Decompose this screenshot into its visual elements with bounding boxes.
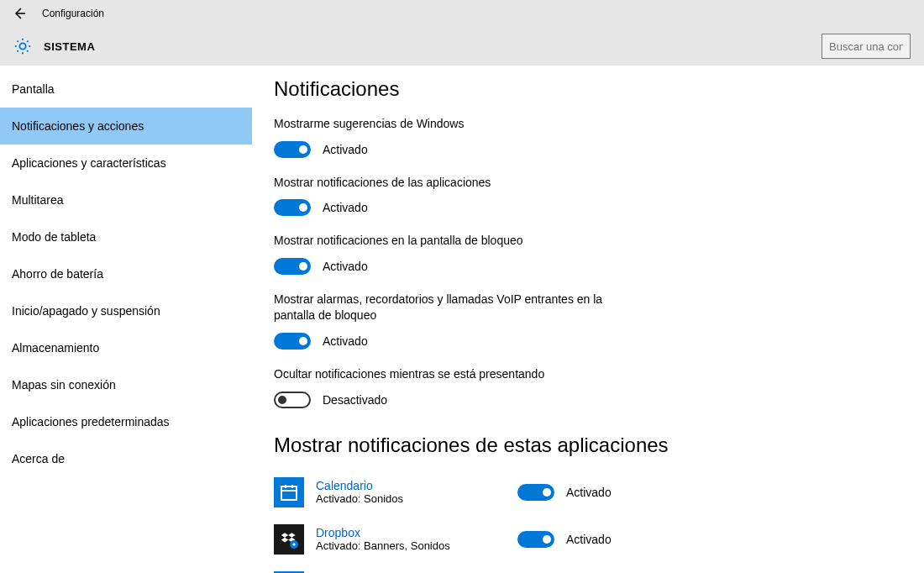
toggle-state: Activado bbox=[323, 260, 368, 273]
toggle-switch[interactable] bbox=[274, 141, 311, 158]
sidebar-item[interactable]: Inicio/apagado y suspensión bbox=[0, 292, 252, 329]
sidebar: PantallaNotificaciones y accionesAplicac… bbox=[0, 66, 252, 573]
sidebar-item[interactable]: Pantalla bbox=[0, 71, 252, 108]
app-row: Funciones opcionalesActivado: Banners, S… bbox=[274, 566, 902, 573]
calendar-icon bbox=[274, 477, 304, 507]
toggle-switch[interactable] bbox=[274, 199, 311, 216]
toggle-label: Mostrar notificaciones de las aplicacion… bbox=[274, 175, 610, 192]
sidebar-item[interactable]: Aplicaciones y características bbox=[0, 145, 252, 181]
toggle-label: Mostrar alarmas, recordatorios y llamada… bbox=[274, 292, 610, 324]
app-detail: Activado: Banners, Sonidos bbox=[316, 539, 517, 552]
app-info: DropboxActivado: Banners, Sonidos bbox=[316, 526, 517, 552]
toggle-block: Ocultar notificaciones mientras se está … bbox=[274, 366, 610, 408]
header-title: SISTEMA bbox=[44, 40, 95, 53]
toggle-block: Mostrarme sugerencias de WindowsActivado bbox=[274, 116, 610, 158]
sidebar-item[interactable]: Multitarea bbox=[0, 181, 252, 218]
toggle-state: Activado bbox=[566, 486, 612, 499]
body: PantallaNotificaciones y accionesAplicac… bbox=[0, 66, 924, 573]
app-detail: Activado: Sonidos bbox=[316, 492, 517, 505]
app-name-link[interactable]: Calendario bbox=[316, 479, 517, 492]
toggle-label: Mostrarme sugerencias de Windows bbox=[274, 116, 610, 133]
toggle-state: Activado bbox=[323, 334, 368, 348]
toggle-label: Mostrar notificaciones en la pantalla de… bbox=[274, 233, 610, 250]
heading-apps: Mostrar notificaciones de estas aplicaci… bbox=[274, 434, 902, 457]
app-info: CalendarioActivado: Sonidos bbox=[316, 479, 517, 505]
arrow-left-icon bbox=[13, 7, 26, 20]
toggle-switch[interactable] bbox=[274, 392, 311, 408]
toggle-state: Activado bbox=[566, 533, 612, 546]
gear-icon bbox=[13, 37, 32, 55]
toggle-block: Mostrar notificaciones de las aplicacion… bbox=[274, 175, 610, 217]
toggle-state: Activado bbox=[323, 201, 368, 214]
svg-rect-0 bbox=[281, 486, 297, 500]
toggle-switch[interactable] bbox=[274, 333, 311, 350]
search-input[interactable] bbox=[822, 34, 911, 59]
sidebar-item[interactable]: Modo de tableta bbox=[0, 218, 252, 255]
header: SISTEMA bbox=[0, 27, 924, 66]
app-row: DropboxActivado: Banners, SonidosActivad… bbox=[274, 519, 902, 566]
titlebar: Configuración bbox=[0, 0, 924, 27]
app-toggle: Activado bbox=[517, 484, 612, 501]
toggle-state: Desactivado bbox=[323, 393, 387, 407]
sidebar-item[interactable]: Notificaciones y acciones bbox=[0, 108, 252, 145]
app-row: CalendarioActivado: SonidosActivado bbox=[274, 472, 902, 519]
header-left: SISTEMA bbox=[13, 37, 95, 55]
toggle-block: Mostrar alarmas, recordatorios y llamada… bbox=[274, 292, 610, 350]
dropbox-icon bbox=[274, 524, 304, 555]
sidebar-item[interactable]: Aplicaciones predeterminadas bbox=[0, 403, 252, 440]
toggle-label: Ocultar notificaciones mientras se está … bbox=[274, 366, 610, 383]
heading-notifications: Notificaciones bbox=[274, 77, 902, 101]
toggle-switch[interactable] bbox=[517, 484, 554, 501]
window-title: Configuración bbox=[42, 8, 104, 19]
toggle-state: Activado bbox=[323, 143, 368, 156]
app-toggle: Activado bbox=[517, 531, 612, 548]
sidebar-item[interactable]: Almacenamiento bbox=[0, 329, 252, 366]
toggle-block: Mostrar notificaciones en la pantalla de… bbox=[274, 233, 610, 275]
sidebar-item[interactable]: Ahorro de batería bbox=[0, 255, 252, 292]
app-name-link[interactable]: Dropbox bbox=[316, 526, 517, 539]
back-button[interactable] bbox=[7, 1, 32, 26]
content: Notificaciones Mostrarme sugerencias de … bbox=[252, 66, 924, 573]
toggle-switch[interactable] bbox=[274, 258, 311, 275]
sidebar-item[interactable]: Acerca de bbox=[0, 440, 252, 477]
toggle-switch[interactable] bbox=[517, 531, 554, 548]
sidebar-item[interactable]: Mapas sin conexión bbox=[0, 366, 252, 403]
